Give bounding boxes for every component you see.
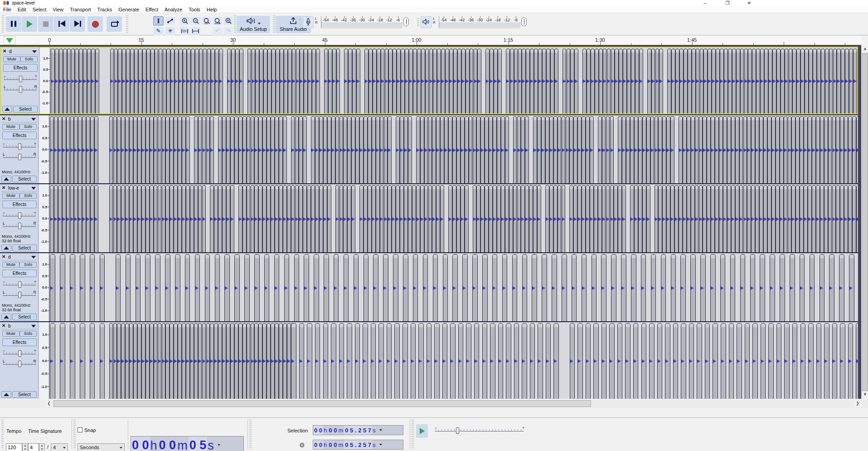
audio-clip[interactable] <box>840 116 844 183</box>
menu-select[interactable]: Select <box>29 6 50 13</box>
audio-clip[interactable] <box>351 185 355 252</box>
audio-clip[interactable] <box>182 116 186 183</box>
audio-clip[interactable] <box>485 116 489 183</box>
audio-clip[interactable] <box>348 49 352 113</box>
speed-slider-thumb[interactable] <box>456 427 459 434</box>
audio-clip[interactable] <box>299 185 303 252</box>
audio-clip[interactable] <box>187 49 191 113</box>
solo-button[interactable]: Solo <box>19 193 37 199</box>
audio-clip[interactable] <box>611 254 616 321</box>
audio-clip[interactable] <box>791 116 795 183</box>
audio-clip[interactable] <box>299 116 303 183</box>
audio-clip[interactable] <box>602 116 606 183</box>
mute-button[interactable]: Mute <box>3 56 20 62</box>
audio-clip[interactable] <box>715 116 719 183</box>
audio-clip[interactable] <box>150 323 154 399</box>
audio-clip[interactable] <box>312 49 316 113</box>
pan-slider[interactable]: LR <box>2 221 37 230</box>
audio-clip[interactable] <box>482 254 488 321</box>
audio-clip[interactable] <box>795 116 800 183</box>
menu-tracks[interactable]: Tracks <box>94 6 116 13</box>
audio-clip[interactable] <box>828 116 832 183</box>
audio-clip[interactable] <box>655 185 659 252</box>
audio-clip[interactable] <box>619 49 623 113</box>
audio-clip[interactable] <box>647 49 651 113</box>
audio-clip[interactable] <box>207 49 211 113</box>
audio-clip[interactable] <box>381 49 385 113</box>
audio-clip[interactable] <box>662 116 666 183</box>
audio-clip[interactable] <box>658 116 662 183</box>
audio-clip[interactable] <box>162 323 166 399</box>
audio-clip[interactable] <box>590 116 594 183</box>
audio-clip[interactable] <box>441 49 445 113</box>
audio-clip[interactable] <box>275 323 279 399</box>
audio-clip[interactable] <box>501 185 505 252</box>
audio-clip[interactable] <box>784 323 790 399</box>
audio-clip[interactable] <box>242 323 247 399</box>
audio-clip[interactable] <box>158 185 162 252</box>
audio-clip[interactable] <box>705 323 710 399</box>
audio-clip[interactable] <box>323 116 327 183</box>
play-at-speed-button[interactable] <box>416 424 428 438</box>
audio-clip[interactable] <box>538 323 543 399</box>
audio-clip[interactable] <box>368 116 372 183</box>
audio-clip[interactable] <box>90 323 95 399</box>
audio-clip[interactable] <box>461 185 465 252</box>
audio-clip[interactable] <box>631 49 635 113</box>
audio-clip[interactable] <box>832 116 836 183</box>
audio-clip[interactable] <box>218 185 222 252</box>
audio-clip[interactable] <box>567 49 571 113</box>
track-name[interactable]: d <box>8 255 11 260</box>
zoom-toggle-button[interactable] <box>223 16 233 25</box>
audio-clip[interactable] <box>485 49 490 113</box>
audio-clip[interactable] <box>735 185 739 252</box>
audio-clip[interactable] <box>137 185 141 252</box>
audio-clip[interactable] <box>222 185 226 252</box>
audio-clip[interactable] <box>247 185 251 252</box>
audio-clip[interactable] <box>764 49 768 113</box>
selection-end-digits[interactable]: 0 0 <box>313 440 323 449</box>
audio-clip[interactable] <box>255 49 259 113</box>
menu-tools[interactable]: Tools <box>185 6 204 13</box>
play-button[interactable] <box>22 16 37 32</box>
audio-clip[interactable] <box>562 185 566 252</box>
audio-clip[interactable] <box>283 323 287 399</box>
audio-clip[interactable] <box>553 116 558 183</box>
pan-slider-thumb[interactable] <box>18 361 21 367</box>
audio-clip[interactable] <box>230 185 234 252</box>
audio-clip[interactable] <box>784 185 788 252</box>
audio-clip[interactable] <box>458 323 464 399</box>
audio-clip[interactable] <box>489 116 493 183</box>
audio-clip[interactable] <box>549 185 553 252</box>
audio-clip[interactable] <box>254 185 258 252</box>
audio-clip[interactable] <box>788 185 792 252</box>
audio-clip[interactable] <box>670 116 674 183</box>
audio-clip[interactable] <box>150 185 154 252</box>
audio-clip[interactable] <box>641 323 647 399</box>
audio-clip[interactable] <box>118 49 122 113</box>
audio-clip[interactable] <box>824 185 828 252</box>
audio-clip[interactable] <box>586 116 590 183</box>
audio-clip[interactable] <box>832 323 838 399</box>
audio-clip[interactable] <box>513 185 517 252</box>
record-button[interactable] <box>87 16 103 32</box>
audio-clip[interactable] <box>680 254 686 321</box>
audio-clip[interactable] <box>343 116 347 183</box>
audio-clip[interactable] <box>805 49 809 113</box>
audio-clip[interactable] <box>743 116 747 183</box>
audio-clip[interactable] <box>90 254 95 321</box>
selection-settings-gear-icon[interactable]: ⚙ <box>299 441 305 449</box>
minimize-button[interactable]: – <box>698 0 712 6</box>
audio-clip[interactable] <box>121 323 125 399</box>
audio-clip[interactable] <box>60 254 65 321</box>
audio-clip[interactable] <box>456 185 461 252</box>
trim-audio-outside-selection-button[interactable] <box>179 26 190 35</box>
audio-clip[interactable] <box>404 116 408 183</box>
track-menu-dropdown-icon[interactable] <box>31 118 36 121</box>
audio-clip[interactable] <box>776 49 781 113</box>
audio-clip[interactable] <box>699 185 703 252</box>
audio-clip[interactable] <box>791 185 795 252</box>
audio-clip[interactable] <box>150 116 154 183</box>
audio-clip[interactable] <box>198 116 202 183</box>
track-menu-dropdown-icon[interactable] <box>32 50 37 53</box>
